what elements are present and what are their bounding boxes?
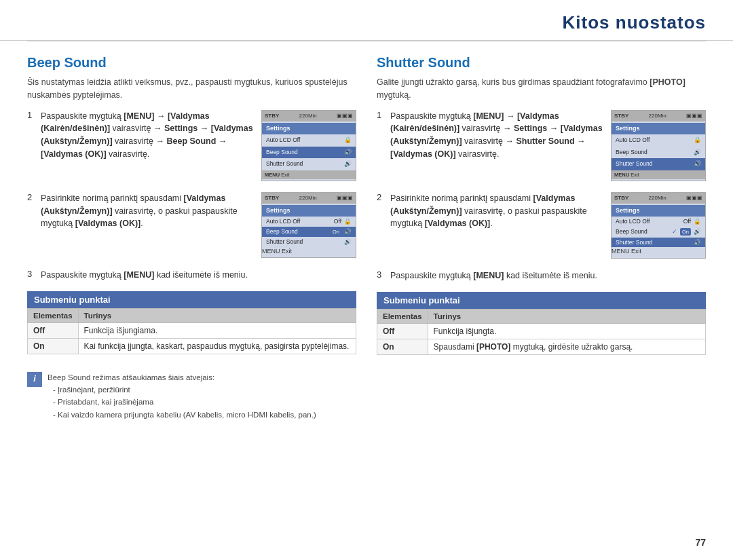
menu-item-auto-lcd: Auto LCD Off 🔒	[262, 134, 356, 147]
shutter-menu-row-auto: Auto LCD Off Off 🔒	[612, 217, 705, 227]
icon-beep2: 🔊	[344, 227, 352, 236]
beep-step-2: 2 STBY 220Min ▣▣▣ Settings Auto LCD Off	[27, 192, 356, 262]
note-title: Beep Sound režimas atšaukiamas šiais atv…	[48, 373, 214, 381]
shutter-step-num-1: 1	[377, 110, 385, 120]
page-number: 77	[695, 537, 706, 548]
beep-off-label: Off	[28, 322, 79, 338]
shutter-cam-bar-1: STBY 220Min ▣▣▣	[612, 111, 705, 122]
beep-checkmark: ✓	[672, 227, 677, 237]
shutter-step-1-content: STBY 220Min ▣▣▣ Settings Auto LCD Off 🔒	[390, 110, 706, 185]
icon-sh-shutter: 🔊	[694, 238, 701, 247]
shutter-sound-intro: Galite įjungti užrakto garsą, kuris bus …	[377, 76, 706, 102]
shutter-step-num-3: 3	[377, 269, 385, 280]
shutter-submenu-table: Elementas Turinys Off Funkcija išjungta.…	[377, 309, 706, 355]
beep-row-off: Off Funkcija išjungiama.	[28, 322, 356, 338]
time-1: 220Min	[299, 112, 317, 120]
ui-menu2-beep: Settings Auto LCD Off Off 🔒 Beep Sound	[262, 204, 356, 257]
cam-bar-1: STBY 220Min ▣▣▣	[262, 111, 356, 122]
shutter-menu-footer-1: MENU Exit	[612, 170, 705, 179]
icon-auto-lcd: 🔒	[344, 136, 352, 145]
beep-col-elementas: Elementas	[28, 308, 79, 322]
icon-sh-auto: 🔒	[694, 217, 701, 226]
left-column: Beep Sound Šis nustatymas leidžia atlikt…	[27, 55, 356, 360]
beep-step-2-content: STBY 220Min ▣▣▣ Settings Auto LCD Off Of…	[41, 192, 356, 262]
shutter-off-label: Off	[377, 323, 428, 339]
battery-1: ▣▣▣	[337, 112, 353, 120]
beep-steps: 1 STBY 220Min ▣▣▣ Settings Auto LCD Off	[27, 110, 356, 282]
beep-step-1: 1 STBY 220Min ▣▣▣ Settings Auto LCD Off	[27, 110, 356, 185]
beep-submenu-header: Submeniu punktai	[27, 291, 356, 308]
note-item-3: Kai vaizdo kamera prijungta kabeliu (AV …	[53, 409, 316, 421]
shutter-step-3-content: Paspauskite mygtuką [MENU] kad išeitumėt…	[390, 269, 706, 282]
shutter-step-2-content: STBY 220Min ▣▣▣ Settings Auto LCD Off Of…	[390, 192, 706, 263]
beep-col-turinys: Turinys	[78, 308, 356, 322]
shutter-screenshot-2: STBY 220Min ▣▣▣ Settings Auto LCD Off Of…	[611, 192, 706, 259]
beep-sound-intro: Šis nustatymas leidžia atlikti veiksmus,…	[27, 76, 356, 102]
step-num-3: 3	[27, 269, 35, 279]
menu-item-beep-active: Beep Sound 🔊	[262, 147, 356, 159]
step-num-1: 1	[27, 110, 35, 120]
note-item-1: Įrašinėjant, peržiūrint	[53, 384, 316, 396]
shutter-on-desc: Spausdami [PHOTO] mygtuką, girdėsite užr…	[428, 339, 705, 354]
icon-shutter: 🔊	[344, 160, 352, 169]
icon-auto2: 🔒	[344, 217, 352, 226]
beep-on-desc: Kai funkcija įjungta, kaskart, paspaudus…	[78, 338, 356, 354]
icon-shutter2: 🔊	[344, 238, 352, 246]
main-content: Beep Sound Šis nustatymas leidžia atlikt…	[0, 41, 733, 360]
shutter-row-on: On Spausdami [PHOTO] mygtuką, girdėsite …	[377, 339, 706, 354]
shutter-screenshot-1: STBY 220Min ▣▣▣ Settings Auto LCD Off 🔒	[611, 110, 706, 181]
icon-s-shutter: 🔊	[694, 160, 701, 169]
shutter-step-2: 2 STBY 220Min ▣▣▣ Settings Auto LCD Off	[377, 192, 706, 263]
shutter-menu-footer-2: MENU Exit	[612, 247, 705, 257]
shutter-menu-row-shutter-highlighted: Shutter Sound 🔊	[612, 238, 705, 248]
right-column: Shutter Sound Galite įjungti užrakto gar…	[377, 55, 706, 360]
shutter-menu-item-auto: Auto LCD Off 🔒	[612, 134, 705, 147]
shutter-off-desc: Funkcija išjungta.	[428, 323, 705, 339]
cam-bar-2: STBY 220Min ▣▣▣	[262, 193, 356, 204]
shutter-on-label: On	[377, 339, 428, 354]
note-item-2: Pristabdant, kai įrašinėjama	[53, 396, 316, 408]
shutter-menu-item-beep: Beep Sound 🔊	[612, 147, 705, 159]
beep-submenu: Submeniu punktai Elementas Turinys Off F…	[27, 291, 356, 354]
menu-row-auto: Auto LCD Off Off 🔒	[262, 217, 356, 227]
menu-row-shutter2: Shutter Sound 🔊	[262, 237, 356, 247]
shutter-col-elementas: Elementas	[377, 309, 428, 323]
shutter-steps: 1 STBY 220Min ▣▣▣ Settings Auto LCD Off	[377, 110, 706, 282]
shutter-ui-menu-1: Settings Auto LCD Off 🔒 Beep Sound 🔊 Shu…	[612, 122, 705, 181]
shutter-cam-bar-2: STBY 220Min ▣▣▣	[612, 193, 705, 204]
beep-off-desc: Funkcija išjungiama.	[78, 322, 356, 338]
menu-item-shutter: Shutter Sound 🔊	[262, 158, 356, 170]
shutter-menu-row-beep: Beep Sound ✓ On 🔊	[612, 227, 705, 238]
shutter-ui-menu2: Settings Auto LCD Off Off 🔒 Beep Sound	[612, 204, 705, 258]
shutter-sound-title: Shutter Sound	[377, 55, 706, 71]
shutter-submenu-header: Submeniu punktai	[377, 292, 706, 309]
beep-row-on: On Kai funkcija įjungta, kaskart, paspau…	[28, 338, 356, 354]
beep-step-3-content: Paspauskite mygtuką [MENU] kad išeitumėt…	[41, 269, 356, 282]
shutter-row-off: Off Funkcija išjungta.	[377, 323, 706, 339]
shutter-step-1: 1 STBY 220Min ▣▣▣ Settings Auto LCD Off	[377, 110, 706, 185]
step-num-2: 2	[27, 192, 35, 202]
menu-footer-1: MENU Exit	[262, 170, 356, 179]
shutter-col-turinys: Turinys	[428, 309, 705, 323]
beep-on-label: On	[28, 338, 79, 354]
beep-sound-title: Beep Sound	[27, 55, 356, 71]
beep-step-3: 3 Paspauskite mygtuką [MENU] kad išeitum…	[27, 269, 356, 282]
beep-step-1-content: STBY 220Min ▣▣▣ Settings Auto LCD Off 🔒	[41, 110, 356, 185]
stby-1: STBY	[265, 112, 279, 120]
icon-s-auto: 🔒	[694, 136, 701, 145]
shutter-submenu: Submeniu punktai Elementas Turinys Off F…	[377, 292, 706, 355]
menu-title-1: Settings	[262, 123, 356, 135]
page-title: Kitos nuostatos	[27, 12, 706, 33]
shutter-menu-title-2: Settings	[612, 205, 705, 217]
menu-title-2: Settings	[262, 205, 356, 217]
shutter-step-3: 3 Paspauskite mygtuką [MENU] kad išeitum…	[377, 269, 706, 282]
note-icon: i	[27, 372, 42, 387]
note-text: Beep Sound režimas atšaukiamas šiais atv…	[48, 371, 316, 422]
ui-menu-1: Settings Auto LCD Off 🔒 Beep Sound 🔊 Shu…	[262, 122, 356, 181]
shutter-step-num-2: 2	[377, 192, 385, 202]
beep-screenshot-2: STBY 220Min ▣▣▣ Settings Auto LCD Off Of…	[261, 192, 356, 258]
shutter-menu-title-1: Settings	[612, 123, 705, 135]
beep-screenshot-1: STBY 220Min ▣▣▣ Settings Auto LCD Off 🔒	[261, 110, 356, 181]
shutter-menu-item-shutter-active: Shutter Sound 🔊	[612, 158, 705, 170]
note-list: Įrašinėjant, peržiūrint Pristabdant, kai…	[48, 384, 316, 421]
